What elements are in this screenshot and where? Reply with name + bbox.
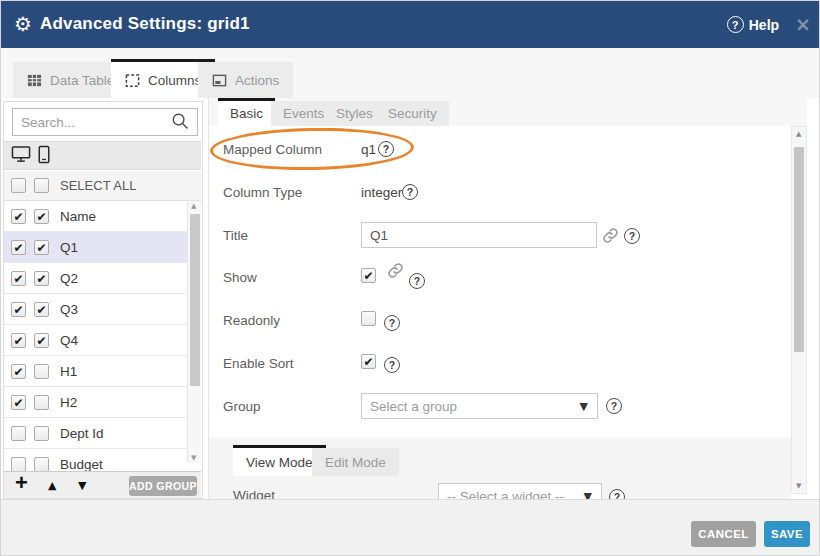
- tab-label: Columns: [148, 73, 201, 88]
- title-help-icon[interactable]: ?: [624, 228, 640, 244]
- list-item[interactable]: ✔✔Q4: [4, 325, 187, 356]
- list-item[interactable]: Budget: [4, 449, 187, 471]
- help-link[interactable]: Help: [749, 17, 779, 33]
- mobile-checkbox[interactable]: [34, 426, 49, 441]
- scroll-down-icon[interactable]: ▼: [796, 482, 801, 490]
- column-label: Q4: [60, 333, 78, 348]
- tab-label: Data Table: [50, 73, 114, 88]
- columns-icon: [125, 73, 140, 88]
- desktop-checkbox[interactable]: ✔: [11, 240, 26, 255]
- column-label: H2: [60, 395, 77, 410]
- mobile-checkbox[interactable]: [34, 457, 49, 472]
- table-icon: [27, 73, 42, 88]
- desktop-checkbox[interactable]: ✔: [11, 395, 26, 410]
- link-icon[interactable]: [387, 262, 404, 279]
- list-item[interactable]: ✔H2: [4, 387, 187, 418]
- desktop-checkbox[interactable]: [11, 457, 26, 472]
- column-label: Q3: [60, 302, 78, 317]
- mobile-checkbox[interactable]: ✔: [34, 209, 49, 224]
- column-type-help-icon[interactable]: ?: [402, 184, 418, 200]
- scroll-up-icon[interactable]: ▲: [191, 202, 196, 210]
- desktop-checkbox[interactable]: ✔: [11, 364, 26, 379]
- list-item[interactable]: ✔H1: [4, 356, 187, 387]
- list-item[interactable]: Dept Id: [4, 418, 187, 449]
- show-label: Show: [223, 270, 257, 285]
- title-label: Title: [223, 228, 248, 243]
- select-all-desktop-checkbox[interactable]: [11, 178, 26, 193]
- add-group-button[interactable]: ADD GROUP: [129, 476, 197, 496]
- readonly-label: Readonly: [223, 313, 280, 328]
- save-button[interactable]: SAVE: [764, 521, 810, 547]
- mobile-checkbox[interactable]: ✔: [34, 240, 49, 255]
- group-select-value: Select a group: [370, 399, 457, 414]
- group-select[interactable]: Select a group ▼: [361, 393, 598, 419]
- title-input[interactable]: [361, 222, 597, 248]
- readonly-checkbox[interactable]: [361, 311, 376, 326]
- mobile-icon[interactable]: [37, 145, 51, 164]
- group-help-icon[interactable]: ?: [606, 398, 622, 414]
- move-up-button[interactable]: ▲: [48, 479, 56, 492]
- move-down-button[interactable]: ▼: [78, 479, 86, 492]
- dialog-footer: CANCEL SAVE: [1, 499, 820, 556]
- chevron-down-icon: ▼: [580, 400, 588, 413]
- group-label: Group: [223, 399, 261, 414]
- select-all-mobile-checkbox[interactable]: [34, 178, 49, 193]
- tab-edit-mode[interactable]: Edit Mode: [312, 448, 399, 476]
- add-column-button[interactable]: +: [15, 470, 28, 496]
- mobile-checkbox[interactable]: ✔: [34, 302, 49, 317]
- device-filter-row: [4, 141, 201, 170]
- dialog-title: Advanced Settings: grid1: [40, 14, 250, 34]
- desktop-icon[interactable]: [11, 145, 32, 164]
- column-list: ✔✔Name✔✔Q1✔✔Q2✔✔Q3✔✔Q4✔H1✔H2Dept IdBudge…: [4, 201, 187, 471]
- link-icon[interactable]: [602, 227, 619, 244]
- column-type-value: integer: [361, 185, 402, 200]
- enable-sort-checkbox[interactable]: ✔: [361, 354, 376, 369]
- column-label: Name: [60, 209, 96, 224]
- help-icon[interactable]: ?: [727, 16, 744, 33]
- column-label: H1: [60, 364, 77, 379]
- tab-actions[interactable]: Actions: [198, 62, 293, 98]
- scrollbar-thumb[interactable]: [190, 214, 200, 386]
- tab-basic[interactable]: Basic: [218, 98, 275, 126]
- show-help-icon[interactable]: ?: [409, 273, 425, 289]
- enable-sort-label: Enable Sort: [223, 356, 294, 371]
- show-checkbox[interactable]: ✔: [361, 268, 376, 283]
- desktop-checkbox[interactable]: ✔: [11, 209, 26, 224]
- scroll-down-icon[interactable]: ▼: [191, 454, 196, 462]
- column-label: Dept Id: [60, 426, 104, 441]
- desktop-checkbox[interactable]: ✔: [11, 333, 26, 348]
- mobile-checkbox[interactable]: [34, 364, 49, 379]
- desktop-checkbox[interactable]: ✔: [11, 302, 26, 317]
- column-label: Budget: [60, 457, 103, 472]
- advanced-settings-dialog: ⚙ Advanced Settings: grid1 ? Help × Data…: [0, 0, 820, 556]
- readonly-help-icon[interactable]: ?: [384, 315, 400, 331]
- list-item[interactable]: ✔✔Q2: [4, 263, 187, 294]
- search-icon[interactable]: [171, 112, 190, 131]
- header-actions: ? Help ×: [727, 1, 811, 48]
- desktop-checkbox[interactable]: [11, 426, 26, 441]
- mobile-checkbox[interactable]: [34, 395, 49, 410]
- panel-scrollbar[interactable]: ▲ ▼: [791, 126, 807, 494]
- mobile-checkbox[interactable]: ✔: [34, 333, 49, 348]
- enable-sort-help-icon[interactable]: ?: [384, 357, 400, 373]
- close-icon[interactable]: ×: [795, 15, 811, 34]
- column-label: Q2: [60, 271, 78, 286]
- dialog-header: ⚙ Advanced Settings: grid1 ? Help ×: [1, 1, 820, 48]
- actions-icon: [212, 73, 227, 88]
- cancel-button[interactable]: CANCEL: [691, 521, 756, 547]
- mobile-checkbox[interactable]: ✔: [34, 271, 49, 286]
- desktop-checkbox[interactable]: ✔: [11, 271, 26, 286]
- column-type-label: Column Type: [223, 185, 302, 200]
- gear-icon: ⚙: [14, 12, 32, 36]
- column-label: Q1: [60, 240, 78, 255]
- scrollbar-thumb[interactable]: [794, 147, 804, 352]
- list-item[interactable]: ✔✔Q3: [4, 294, 187, 325]
- list-item[interactable]: ✔✔Name: [4, 201, 187, 232]
- tab-label: Actions: [235, 73, 279, 88]
- list-item[interactable]: ✔✔Q1: [4, 232, 187, 263]
- select-all-label: SELECT ALL: [60, 178, 136, 193]
- sidebar-scrollbar[interactable]: ▲ ▼: [187, 201, 201, 463]
- tab-security[interactable]: Security: [376, 101, 449, 126]
- sidebar-toolbar: + ▲ ▼ ADD GROUP: [4, 471, 201, 498]
- scroll-up-icon[interactable]: ▲: [796, 130, 801, 138]
